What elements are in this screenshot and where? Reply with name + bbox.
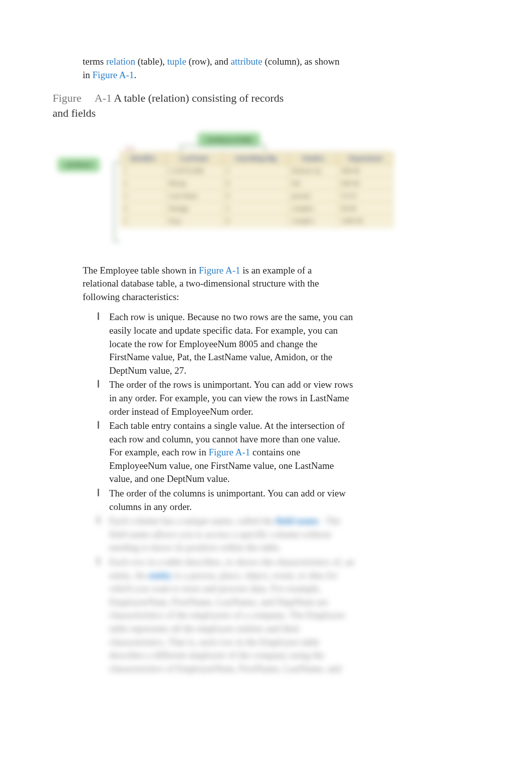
list-item: Each table entry contains a single value… [95,419,356,486]
figure-label: Figure [53,92,81,104]
bullet-blur-post: is a person, place, object, event, or id… [109,570,345,674]
bullet-text: The order of the rows is unimportant. Yo… [109,379,353,416]
table-row: 2 Mixup 8 left 666-66 [121,177,393,189]
term-entity[interactable]: entity [148,570,171,581]
term-relation[interactable]: relation [106,56,135,67]
characteristics-list: Each row is unique. Because no two rows … [95,311,356,675]
bracket-top [180,145,265,152]
intro-pre: terms [83,56,106,67]
list-item: The order of the rows is unimportant. Yo… [95,378,356,418]
intro-mid1: (table), [138,56,167,67]
list-item: Each row is unique. Because no two rows … [95,311,356,377]
intro-paragraph: terms relation (table), tuple (row), and… [83,55,343,82]
table-name-label: Table [125,146,135,151]
term-attribute[interactable]: attribute [230,56,262,67]
bullet-text: The order of the columns is unimportant.… [109,488,346,512]
th-0: Identifier [121,152,166,164]
figure-ref-a1-para2[interactable]: Figure A-1 [199,265,240,276]
para2-pre: The Employee table shown in [83,265,199,276]
table-row: 1 LASTNAME 3 Bottom-Up 999-99 [121,164,393,177]
list-item-blurred: Each column has a unique name, called th… [95,514,356,555]
th-4: Department [338,152,393,164]
bullet-blur-pre: Each column has a unique name, called th… [109,515,276,526]
figure-title: A table (relation) consisting of records… [53,92,284,119]
employee-table: Identifier LastName Something-Big Number… [120,152,393,227]
table-row: 3 Last-Name 9 present 55-55 [121,189,393,202]
figure-caption: Figure A-1 A table (relation) consisting… [53,91,293,120]
th-3: Number [289,152,338,164]
list-item-blurred: Each row in a table describes, or shows … [95,556,356,675]
figure-a1-image: Attributes/Fields attributes Table Ident… [53,127,482,252]
term-field-name[interactable]: field name [276,515,319,526]
bracket-left [114,162,120,242]
table-header-row: Identifier LastName Something-Big Number… [121,152,393,164]
table-row: 5 Easy 8 complex 1699-99 [121,214,393,227]
th-2: Something-Big [223,152,289,164]
callout-attributes: attributes [58,158,100,172]
bullet-text: Each row is unique. Because no two rows … [109,312,353,375]
list-item: The order of the columns is unimportant.… [95,487,356,513]
table-row: 4 Strange 5 complex 66-66 [121,202,393,214]
term-tuple[interactable]: tuple [167,56,186,67]
figure-ref-a1-intro[interactable]: Figure A-1 [93,70,134,80]
figure-ref-a1-bullet3[interactable]: Figure A-1 [208,447,250,457]
characteristics-intro: The Employee table shown in Figure A-1 i… [83,264,343,304]
intro-end: . [134,70,136,80]
figure-number: A-1 [95,92,112,104]
th-1: LastName [165,152,223,164]
intro-mid2: (row), and [189,56,231,67]
